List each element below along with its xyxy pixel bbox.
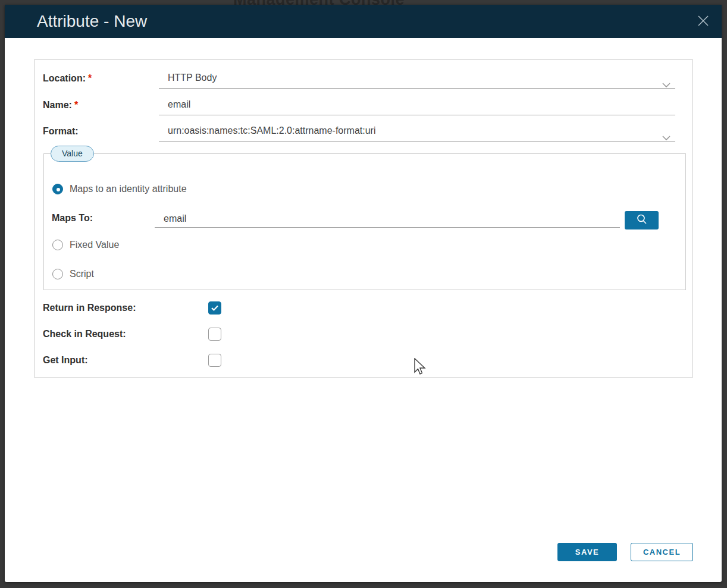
field-row-name: Name:* email: [43, 95, 684, 115]
maps-to-label: Maps To:: [52, 207, 93, 228]
radio-button[interactable]: [52, 240, 63, 250]
dialog-header: Attribute - New: [5, 5, 722, 38]
check-in-request-label: Check in Request:: [43, 329, 208, 339]
name-input[interactable]: email: [159, 95, 675, 115]
search-icon: [636, 213, 648, 227]
row-get-input: Get Input:: [43, 354, 221, 367]
search-button[interactable]: [625, 211, 659, 229]
format-label: Format:: [43, 121, 81, 142]
required-asterisk: *: [74, 100, 78, 110]
get-input-label: Get Input:: [43, 355, 208, 366]
attribute-new-dialog: Attribute - New Location:* HTTP Body: [5, 5, 722, 582]
cancel-button[interactable]: CANCEL: [631, 543, 693, 561]
return-in-response-label: Return in Response:: [43, 303, 208, 313]
attribute-form: Location:* HTTP Body Name:* email Format…: [34, 59, 693, 378]
radio-label: Script: [70, 269, 94, 279]
radio-fixed-value[interactable]: Fixed Value: [52, 238, 119, 251]
return-in-response-checkbox[interactable]: [208, 301, 221, 315]
row-return-in-response: Return in Response:: [43, 301, 221, 315]
format-select[interactable]: urn:oasis:names:tc:SAML:2.0:attrname-for…: [159, 121, 675, 142]
required-asterisk: *: [88, 73, 92, 83]
radio-label: Fixed Value: [70, 240, 119, 250]
value-section: Maps to an identity attribute Maps To: F…: [43, 153, 686, 290]
radio-button[interactable]: [52, 269, 63, 279]
value-tab[interactable]: Value: [51, 146, 94, 162]
get-input-checkbox[interactable]: [208, 354, 221, 367]
radio-script[interactable]: Script: [52, 268, 94, 281]
save-button[interactable]: SAVE: [557, 543, 617, 561]
row-check-in-request: Check in Request:: [43, 328, 221, 341]
radio-label: Maps to an identity attribute: [70, 184, 187, 194]
location-select[interactable]: HTTP Body: [159, 68, 675, 89]
name-label: Name:*: [43, 95, 78, 115]
field-row-location: Location:* HTTP Body: [43, 68, 684, 89]
radio-button[interactable]: [52, 184, 63, 194]
chevron-down-icon: [662, 128, 670, 147]
dialog-title: Attribute - New: [37, 5, 147, 38]
close-icon[interactable]: [695, 13, 711, 29]
location-label: Location:*: [43, 68, 92, 89]
check-in-request-checkbox[interactable]: [208, 328, 221, 341]
chevron-down-icon: [662, 75, 670, 95]
field-row-format: Format: urn:oasis:names:tc:SAML:2.0:attr…: [43, 121, 684, 142]
radio-maps-to-identity-attribute[interactable]: Maps to an identity attribute: [52, 183, 187, 196]
maps-to-input[interactable]: [155, 210, 620, 228]
